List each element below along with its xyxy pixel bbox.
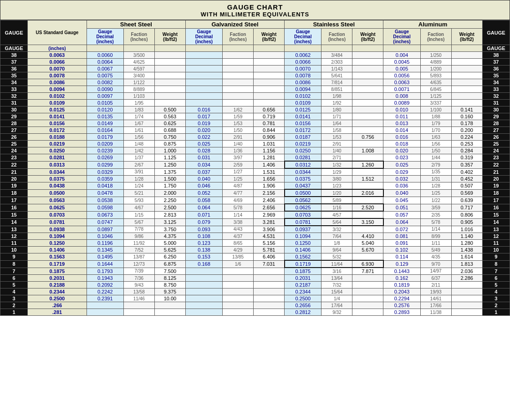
ss-decimal: 0.0086 bbox=[285, 79, 321, 86]
ss-weight bbox=[352, 197, 383, 204]
gv-decimal: 0.064 bbox=[185, 204, 222, 211]
al-weight: 0.402 bbox=[451, 168, 482, 176]
al-weight bbox=[451, 100, 482, 106]
gv-faction bbox=[223, 268, 254, 275]
inches-val: 0.0625 bbox=[28, 204, 87, 211]
ss-weight bbox=[352, 211, 383, 218]
sh-faction: 1/95 bbox=[123, 100, 154, 106]
table-row: 17 0.0563 0.0538 5/93 2.250 0.058 4/69 2… bbox=[0, 197, 510, 204]
gv-weight bbox=[254, 302, 285, 309]
al-decimal: 0.011 bbox=[383, 113, 420, 120]
ss-weight bbox=[352, 288, 383, 295]
al-dec-empty bbox=[383, 45, 420, 52]
ss-weight bbox=[352, 141, 383, 147]
gauge-label-inches: GAUGE bbox=[0, 45, 28, 52]
inches-val: 0.0156 bbox=[28, 120, 87, 127]
ss-faction: 1/16 bbox=[321, 204, 352, 211]
gv-weight bbox=[254, 295, 285, 302]
gv-faction bbox=[223, 100, 254, 106]
sh-faction bbox=[123, 309, 154, 316]
ss-weight bbox=[352, 93, 383, 100]
gv-fac-empty bbox=[223, 45, 254, 52]
sh-weight bbox=[154, 72, 185, 79]
gv-faction bbox=[223, 59, 254, 66]
sh-weight: 10.00 bbox=[154, 295, 185, 302]
gauge-num-right: 2 bbox=[482, 302, 510, 309]
gauge-num-left: 27 bbox=[0, 127, 28, 134]
al-faction: 2/79 bbox=[420, 161, 451, 168]
table-row: 18 0.0500 0.0478 5/21 2.000 0.052 4/77 2… bbox=[0, 189, 510, 197]
gv-faction: 1/6 bbox=[223, 260, 254, 268]
header-row-1: GAUGE US Standard Gauge Sheet Steel Galv… bbox=[0, 20, 510, 29]
inches-val: 0.2500 bbox=[28, 295, 87, 302]
table-row: 8 0.1719 0.1644 12/73 6.875 0.168 1/6 7.… bbox=[0, 260, 510, 268]
sh-weight bbox=[154, 100, 185, 106]
al-weight bbox=[451, 93, 482, 100]
ss-decimal: 0.0781 bbox=[285, 218, 321, 226]
gv-weight: 0.656 bbox=[254, 106, 285, 113]
sh-faction: 9/86 bbox=[123, 233, 154, 240]
gauge-col-left-header: GAUGE bbox=[0, 20, 28, 45]
sh-decimal: 0.2242 bbox=[87, 288, 123, 295]
gauge-num-left: 2 bbox=[0, 302, 28, 309]
gauge-num-left: 3 bbox=[0, 295, 28, 302]
ss-weight: 4.410 bbox=[352, 233, 383, 240]
sh-faction: 1/42 bbox=[123, 147, 154, 154]
gauge-num-left: 5 bbox=[0, 282, 28, 288]
al-decimal: 0.0063 bbox=[383, 79, 420, 86]
gauge-num-left: 23 bbox=[0, 154, 28, 162]
ss-decimal: 0.1875 bbox=[285, 268, 321, 275]
al-weight bbox=[451, 79, 482, 86]
inches-val: 0.0250 bbox=[28, 147, 87, 154]
table-row: 9 0.1563 0.1495 13/87 6.250 0.153 13/85 … bbox=[0, 253, 510, 261]
al-weight: 0.253 bbox=[451, 141, 482, 147]
ss-weight bbox=[352, 226, 383, 233]
sh-faction: 1/83 bbox=[123, 106, 154, 113]
gv-weight bbox=[254, 72, 285, 79]
ss-faction: 5/89 bbox=[321, 197, 352, 204]
ss-weight bbox=[352, 100, 383, 106]
table-row: 38 0.0063 0.0060 3/500 0.0062 3/484 0.00… bbox=[0, 52, 510, 59]
inches-val: 0.0344 bbox=[28, 168, 87, 176]
ss-decimal: 0.0281 bbox=[285, 154, 321, 162]
ss-decimal: 0.2812 bbox=[285, 309, 321, 316]
inches-val: 0.0063 bbox=[28, 52, 87, 59]
gv-faction: 4/43 bbox=[223, 226, 254, 233]
al-weight: 0.905 bbox=[451, 218, 482, 226]
sheet-steel-header: Sheet Steel bbox=[87, 20, 185, 29]
ss-decimal: 0.0344 bbox=[285, 168, 321, 176]
gv-weight bbox=[254, 52, 285, 59]
ss-wt-empty bbox=[352, 45, 383, 52]
al-faction: 14/61 bbox=[420, 295, 451, 302]
al-faction: 1/14 bbox=[420, 226, 451, 233]
gv-weight bbox=[254, 288, 285, 295]
gv-weight: 1.156 bbox=[254, 147, 285, 154]
gauge-num-left: 33 bbox=[0, 86, 28, 93]
al-faction: 4/635 bbox=[420, 79, 451, 86]
al-weight: 0.357 bbox=[451, 161, 482, 168]
gv-faction: 8/65 bbox=[223, 240, 254, 247]
gv-decimal: 0.093 bbox=[185, 226, 222, 233]
sh-weight: 1.375 bbox=[154, 168, 185, 176]
inches-val: .281 bbox=[28, 309, 87, 316]
gv-weight: 1.906 bbox=[254, 182, 285, 190]
sh-decimal: 0.1644 bbox=[87, 260, 123, 268]
sh-decimal: 0.0149 bbox=[87, 120, 123, 127]
ss-weight bbox=[352, 302, 383, 309]
sh-weight: 8.750 bbox=[154, 282, 185, 288]
gv-faction bbox=[223, 86, 254, 93]
al-decimal: 0.114 bbox=[383, 253, 420, 261]
al-faction: 4/889 bbox=[420, 59, 451, 66]
sh-faction: 4/597 bbox=[123, 66, 154, 72]
ss-decimal: 0.1406 bbox=[285, 247, 321, 253]
ss-weight: 2.016 bbox=[352, 189, 383, 197]
gv-weight bbox=[254, 282, 285, 288]
sh-faction: 13/58 bbox=[123, 288, 154, 295]
gv-decimal bbox=[185, 93, 222, 100]
sh-faction: 3/500 bbox=[123, 52, 154, 59]
gv-decimal bbox=[185, 72, 222, 79]
al-decimal: 0.072 bbox=[383, 226, 420, 233]
al-faction: 1/25 bbox=[420, 189, 451, 197]
sh-decimal: 0.0329 bbox=[87, 168, 123, 176]
table-row: 32 0.0102 0.0097 1/103 0.0102 1/98 0.008… bbox=[0, 93, 510, 100]
